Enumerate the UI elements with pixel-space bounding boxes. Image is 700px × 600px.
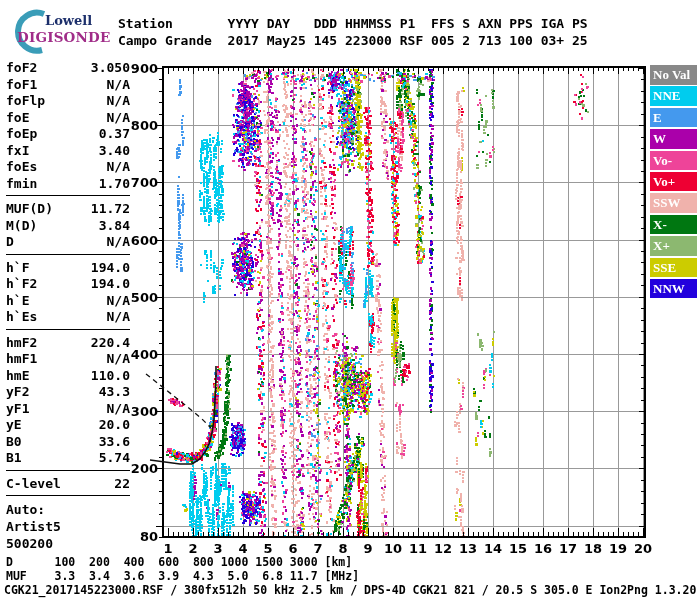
parameter-group: Auto:Artist5500200 <box>6 495 130 552</box>
parameter-row-foes: foEsN/A <box>6 159 130 176</box>
parameter-label: h`F <box>6 260 29 277</box>
parameter-row-hmf2: hmF2220.4 <box>6 335 130 352</box>
parameter-row-b0: B033.6 <box>6 434 130 451</box>
parameter-label: foF1 <box>6 77 37 94</box>
parameter-value: N/A <box>107 293 130 310</box>
parameter-label: 500200 <box>6 535 53 552</box>
legend-item-e: E <box>650 108 697 128</box>
status-line: CGK21_2017145223000.RSF / 380fx512h 50 k… <box>4 583 696 597</box>
parameter-row-yf1: yF1N/A <box>6 401 130 418</box>
legend-item-x+: X+ <box>650 236 697 256</box>
parameter-value: N/A <box>107 351 130 368</box>
parameter-value: 194.0 <box>91 276 130 293</box>
header-field-labels: Station YYYY DAY DDD HHMMSS P1 FFS S AXN… <box>118 15 588 32</box>
parameter-group: foF23.050foF1N/AfoFlpN/AfoEN/AfoEp0.37fx… <box>6 60 130 192</box>
parameter-label: foFlp <box>6 93 45 110</box>
parameter-label: Artist5 <box>6 518 61 535</box>
parameter-row-hf: h`F194.0 <box>6 260 130 277</box>
parameter-label: hmF1 <box>6 351 37 368</box>
echo-direction-legend: No ValNNEEWVo-Vo+SSWX-X+SSENNW <box>650 65 697 300</box>
parameter-row-auto: Auto: <box>6 501 130 518</box>
parameter-label: yE <box>6 417 22 434</box>
parameter-row-fof1: foF1N/A <box>6 77 130 94</box>
parameter-value: 11.72 <box>91 201 130 218</box>
parameter-value: 1.70 <box>99 176 130 193</box>
legend-item-nne: NNE <box>650 86 697 106</box>
parameter-group: MUF(D)11.72M(D)3.84DN/A <box>6 195 130 251</box>
muf-row: MUF 3.3 3.4 3.6 3.9 4.3 5.0 6.8 11.7 [MH… <box>6 569 359 583</box>
parameter-row-clevel: C-level22 <box>6 476 130 493</box>
parameter-value: 0.37 <box>99 126 130 143</box>
parameter-row-foflp: foFlpN/A <box>6 93 130 110</box>
parameter-group: h`F194.0h`F2194.0h`EN/Ah`EsN/A <box>6 254 130 326</box>
parameter-row-fxi: fxI3.40 <box>6 143 130 160</box>
parameter-row-foep: foEp0.37 <box>6 126 130 143</box>
parameter-panel: foF23.050foF1N/AfoFlpN/AfoEN/AfoEp0.37fx… <box>6 60 130 552</box>
parameter-value: 194.0 <box>91 260 130 277</box>
parameter-label: Auto: <box>6 501 45 518</box>
parameter-value: 220.4 <box>91 335 130 352</box>
parameter-row-fmin: fmin1.70 <box>6 176 130 193</box>
parameter-row-b1: B15.74 <box>6 450 130 467</box>
parameter-row-hmf1: hmF1N/A <box>6 351 130 368</box>
legend-item-vo+: Vo+ <box>650 172 697 192</box>
parameter-row-foe: foEN/A <box>6 110 130 127</box>
parameter-label: hmF2 <box>6 335 37 352</box>
parameter-group: C-level22 <box>6 470 130 493</box>
parameter-label: D <box>6 234 14 251</box>
parameter-value: N/A <box>107 93 130 110</box>
legend-item-w: W <box>650 129 697 149</box>
parameter-group: hmF2220.4hmF1N/AhmE110.0yF243.3yF1N/AyE2… <box>6 329 130 467</box>
legend-item-nnw: NNW <box>650 279 697 299</box>
parameter-value: 3.050 <box>91 60 130 77</box>
parameter-row-yf2: yF243.3 <box>6 384 130 401</box>
parameter-label: foEp <box>6 126 37 143</box>
legend-item-vo-: Vo- <box>650 151 697 171</box>
parameter-row-hme: hmE110.0 <box>6 368 130 385</box>
parameter-label: foEs <box>6 159 37 176</box>
parameter-row-hf2: h`F2194.0 <box>6 276 130 293</box>
parameter-label: yF1 <box>6 401 29 418</box>
parameter-row-mufd: MUF(D)11.72 <box>6 201 130 218</box>
parameter-label: h`F2 <box>6 276 37 293</box>
parameter-row-fof2: foF23.050 <box>6 60 130 77</box>
parameter-value: 43.3 <box>99 384 130 401</box>
parameter-label: M(D) <box>6 218 37 235</box>
parameter-value: N/A <box>107 401 130 418</box>
parameter-row-ye: yE20.0 <box>6 417 130 434</box>
parameter-label: B1 <box>6 450 22 467</box>
parameter-row-he: h`EN/A <box>6 293 130 310</box>
legend-item-x-: X- <box>650 215 697 235</box>
parameter-label: h`E <box>6 293 29 310</box>
parameter-label: h`Es <box>6 309 37 326</box>
parameter-label: MUF(D) <box>6 201 53 218</box>
parameter-label: foE <box>6 110 29 127</box>
parameter-value: 5.74 <box>99 450 130 467</box>
legend-item-sse: SSE <box>650 258 697 278</box>
digisonde-ionogram-screen: Lowell DIGISONDE Station YYYY DAY DDD HH… <box>0 0 700 600</box>
parameter-label: yF2 <box>6 384 29 401</box>
logo-lowell-text: Lowell <box>45 13 92 28</box>
parameter-value: N/A <box>107 309 130 326</box>
parameter-label: fxI <box>6 143 29 160</box>
parameter-label: fmin <box>6 176 37 193</box>
parameter-value: 20.0 <box>99 417 130 434</box>
parameter-label: C-level <box>6 476 61 493</box>
parameter-value: 33.6 <box>99 434 130 451</box>
parameter-label: foF2 <box>6 60 37 77</box>
parameter-value: 3.84 <box>99 218 130 235</box>
legend-item-noval: No Val <box>650 65 697 85</box>
distance-row: D 100 200 400 600 800 1000 1500 3000 [km… <box>6 555 352 569</box>
lowell-digisonde-logo: Lowell DIGISONDE <box>6 6 118 54</box>
parameter-value: 110.0 <box>91 368 130 385</box>
legend-item-ssw: SSW <box>650 193 697 213</box>
parameter-row-md: M(D)3.84 <box>6 218 130 235</box>
parameter-row-artist5: Artist5 <box>6 518 130 535</box>
parameter-label: B0 <box>6 434 22 451</box>
parameter-value: N/A <box>107 234 130 251</box>
parameter-value: N/A <box>107 110 130 127</box>
parameter-row-d: DN/A <box>6 234 130 251</box>
header-field-values: Campo Grande 2017 May25 145 223000 RSF 0… <box>118 32 588 49</box>
parameter-row-hes: h`EsN/A <box>6 309 130 326</box>
parameter-value: 22 <box>114 476 130 493</box>
